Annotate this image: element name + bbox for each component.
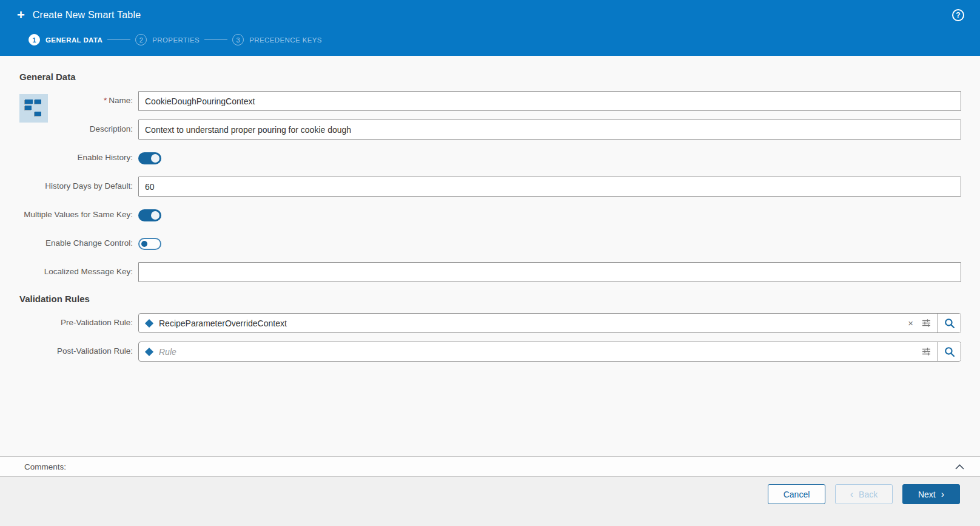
rule-diamond-icon [145, 319, 153, 327]
post-validation-placeholder: Rule [159, 347, 919, 357]
post-validation-search-button[interactable] [938, 342, 961, 361]
next-button[interactable]: Next › [902, 484, 960, 504]
history-days-label: History Days by Default: [19, 181, 138, 191]
help-icon[interactable]: ? [952, 9, 964, 21]
search-icon [944, 318, 955, 329]
general-data-heading: General Data [19, 72, 961, 82]
localized-message-key-row: Localized Message Key: [19, 262, 961, 282]
comments-bar[interactable]: Comments: [0, 456, 980, 477]
history-days-row: History Days by Default: [19, 177, 961, 197]
multiple-values-label: Multiple Values for Same Key: [19, 210, 138, 220]
wizard-footer: Cancel ‹ Back Next › [0, 477, 980, 526]
step-label: PRECEDENCE KEYS [249, 36, 322, 44]
step-number: 1 [29, 34, 40, 46]
main-content: General Data *Name: Description: [0, 56, 980, 456]
post-validation-field[interactable]: Rule [138, 342, 961, 362]
enable-change-control-row: Enable Change Control: [19, 234, 961, 254]
chevron-up-icon[interactable] [955, 464, 965, 470]
post-validation-row: Post-Validation Rule: Rule [19, 342, 961, 362]
page-title: Create New Smart Table [33, 10, 141, 21]
step-label: GENERAL DATA [45, 36, 102, 44]
general-data-form: *Name: Description: Enable History: [19, 91, 961, 282]
header-title-row: + Create New Smart Table ? [17, 0, 964, 30]
pre-validation-label: Pre-Validation Rule: [19, 318, 138, 328]
description-label: Description: [19, 124, 138, 134]
step-number: 3 [232, 34, 244, 46]
enable-change-control-toggle[interactable] [138, 238, 161, 250]
chevron-right-icon: › [941, 490, 944, 499]
step-number: 2 [135, 34, 147, 46]
comments-label: Comments: [24, 462, 955, 471]
back-button[interactable]: ‹ Back [835, 484, 893, 504]
pre-validation-search-button[interactable] [938, 314, 961, 332]
description-field[interactable] [138, 120, 961, 140]
description-row: Description: [19, 120, 961, 140]
enable-history-label: Enable History: [19, 153, 138, 163]
advanced-filter-icon[interactable] [921, 318, 931, 328]
post-validation-label: Post-Validation Rule: [19, 346, 138, 356]
history-days-field[interactable] [138, 177, 961, 197]
enable-history-row: Enable History: [19, 148, 961, 168]
enable-change-control-label: Enable Change Control: [19, 238, 138, 248]
localized-message-key-label: Localized Message Key: [19, 267, 138, 277]
rule-diamond-icon [145, 347, 153, 356]
cancel-button[interactable]: Cancel [768, 484, 825, 504]
multiple-values-toggle[interactable] [138, 209, 161, 221]
step-connector [204, 39, 227, 40]
pre-validation-field[interactable]: RecipeParameterOverrideContext × [138, 313, 961, 333]
enable-history-toggle[interactable] [138, 152, 161, 164]
wizard-steps: 1 GENERAL DATA 2 PROPERTIES 3 PRECEDENCE… [17, 30, 964, 56]
multiple-values-row: Multiple Values for Same Key: [19, 205, 961, 225]
advanced-filter-icon[interactable] [921, 346, 931, 357]
validation-rules-heading: Validation Rules [19, 294, 961, 304]
create-smart-table-wizard: + Create New Smart Table ? 1 GENERAL DAT… [0, 0, 980, 526]
step-label: PROPERTIES [152, 36, 200, 44]
chevron-left-icon: ‹ [850, 490, 853, 499]
pre-validation-row: Pre-Validation Rule: RecipeParameterOver… [19, 313, 961, 333]
localized-message-key-field[interactable] [138, 262, 961, 282]
clear-icon[interactable]: × [908, 319, 913, 328]
step-general-data[interactable]: 1 GENERAL DATA [29, 34, 102, 46]
step-properties[interactable]: 2 PROPERTIES [135, 34, 200, 46]
wizard-header: + Create New Smart Table ? 1 GENERAL DAT… [0, 0, 980, 56]
step-connector [107, 39, 130, 40]
pre-validation-value: RecipeParameterOverrideContext [159, 319, 902, 328]
name-row: *Name: [19, 91, 961, 111]
search-icon [944, 346, 955, 357]
required-asterisk: * [104, 96, 107, 105]
name-field[interactable] [138, 91, 961, 111]
smart-table-icon [19, 94, 48, 123]
step-precedence-keys[interactable]: 3 PRECEDENCE KEYS [232, 34, 322, 46]
plus-icon: + [17, 8, 25, 22]
